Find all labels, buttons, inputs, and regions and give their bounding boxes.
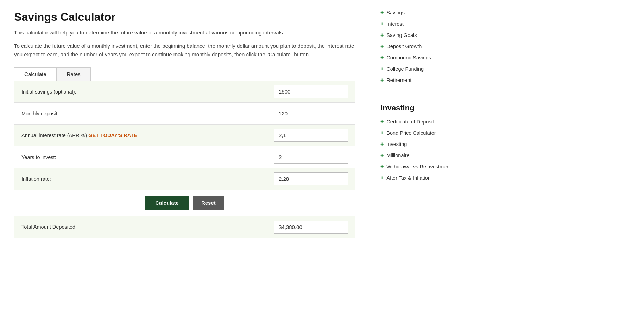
sidebar-item-interest[interactable]: + Interest — [380, 18, 472, 30]
initial-savings-input[interactable] — [274, 85, 348, 98]
investing-section: Investing + Certificate of Deposit + Bon… — [380, 103, 472, 184]
monthly-deposit-label: Monthly deposit: — [14, 106, 274, 121]
tab-bar: Calculate Rates — [14, 67, 355, 81]
savings-section: + Savings + Interest + Saving Goals + De… — [380, 7, 472, 86]
plus-icon: + — [380, 130, 384, 136]
main-content: Savings Calculator This calculator will … — [0, 0, 370, 319]
monthly-deposit-input[interactable] — [274, 107, 348, 120]
page-title: Savings Calculator — [14, 11, 355, 24]
sidebar-item-label-retirement: Retirement — [386, 77, 411, 83]
sidebar-item-millionaire[interactable]: + Millionaire — [380, 150, 472, 161]
plus-icon: + — [380, 77, 384, 83]
sidebar-item-label-withdrawal-vs-reinvestment: Withdrawal vs Reinvestment — [386, 164, 451, 170]
sidebar-item-label-bond-price-calculator: Bond Price Calculator — [386, 130, 436, 136]
sidebar-item-deposit-growth[interactable]: + Deposit Growth — [380, 41, 472, 52]
plus-icon: + — [380, 175, 384, 181]
plus-icon: + — [380, 21, 384, 27]
description-2: To calculate the future value of a month… — [14, 42, 355, 59]
sidebar-item-college-funding[interactable]: + College Funding — [380, 63, 472, 75]
sidebar-divider — [380, 96, 472, 96]
calculator-box: Initial savings (optional): Monthly depo… — [14, 81, 355, 238]
sidebar-item-investing[interactable]: + Investing — [380, 139, 472, 150]
annual-rate-input[interactable] — [274, 129, 348, 142]
sidebar-item-label-saving-goals: Saving Goals — [386, 32, 417, 38]
plus-icon: + — [380, 141, 384, 147]
plus-icon: + — [380, 55, 384, 61]
sidebar: + Savings + Interest + Saving Goals + De… — [370, 0, 482, 319]
inflation-rate-label: Inflation rate: — [14, 171, 274, 187]
tab-rates[interactable]: Rates — [57, 67, 91, 81]
sidebar-item-withdrawal-vs-reinvestment[interactable]: + Withdrawal vs Reinvestment — [380, 161, 472, 172]
plus-icon: + — [380, 32, 384, 38]
years-invest-row: Years to invest: — [14, 146, 355, 168]
sidebar-item-label-certificate-of-deposit: Certificate of Deposit — [386, 119, 434, 125]
sidebar-item-label-compound-savings: Compound Savings — [386, 55, 431, 60]
button-row: Calculate Reset — [14, 190, 355, 216]
inflation-rate-row: Inflation rate: — [14, 168, 355, 190]
sidebar-item-label-interest: Interest — [386, 21, 403, 27]
initial-savings-row: Initial savings (optional): — [14, 81, 355, 103]
plus-icon: + — [380, 43, 384, 50]
tab-calculate[interactable]: Calculate — [14, 67, 57, 81]
calculate-button[interactable]: Calculate — [145, 196, 189, 210]
annual-rate-label: Annual interest rate (APR %) GET TODAY'S… — [14, 128, 274, 143]
plus-icon: + — [380, 164, 384, 170]
sidebar-item-label-deposit-growth: Deposit Growth — [386, 44, 422, 49]
years-invest-label: Years to invest: — [14, 149, 274, 165]
result-label: Total Amount Deposited: — [14, 219, 274, 235]
sidebar-item-retirement[interactable]: + Retirement — [380, 75, 472, 86]
annual-rate-label-prefix: Annual interest rate (APR %) — [21, 133, 88, 138]
plus-icon: + — [380, 152, 384, 159]
result-value: $4,380.00 — [274, 221, 348, 234]
investing-heading: Investing — [380, 103, 472, 113]
sidebar-item-label-after-tax-inflation: After Tax & Inflation — [386, 175, 430, 181]
sidebar-item-savings[interactable]: + Savings — [380, 7, 472, 18]
sidebar-item-label-college-funding: College Funding — [386, 66, 424, 72]
annual-rate-row: Annual interest rate (APR %) GET TODAY'S… — [14, 125, 355, 146]
get-todays-rate-link[interactable]: GET TODAY'S RATE — [88, 133, 137, 138]
sidebar-item-after-tax-inflation[interactable]: + After Tax & Inflation — [380, 172, 472, 184]
reset-button[interactable]: Reset — [193, 196, 224, 210]
sidebar-item-label-savings: Savings — [386, 10, 405, 15]
plus-icon: + — [380, 9, 384, 16]
sidebar-item-saving-goals[interactable]: + Saving Goals — [380, 30, 472, 41]
initial-savings-label: Initial savings (optional): — [14, 84, 274, 100]
inflation-rate-input[interactable] — [274, 172, 348, 185]
sidebar-item-label-investing: Investing — [386, 141, 407, 147]
sidebar-item-label-millionaire: Millionaire — [386, 153, 409, 158]
monthly-deposit-row: Monthly deposit: — [14, 103, 355, 125]
sidebar-item-bond-price-calculator[interactable]: + Bond Price Calculator — [380, 127, 472, 139]
annual-rate-label-suffix: : — [137, 133, 139, 138]
description-1: This calculator will help you to determi… — [14, 28, 355, 37]
plus-icon: + — [380, 66, 384, 72]
sidebar-item-compound-savings[interactable]: + Compound Savings — [380, 52, 472, 63]
years-invest-input[interactable] — [274, 151, 348, 164]
sidebar-item-certificate-of-deposit[interactable]: + Certificate of Deposit — [380, 116, 472, 127]
plus-icon: + — [380, 119, 384, 125]
result-row: Total Amount Deposited: $4,380.00 — [14, 216, 355, 238]
